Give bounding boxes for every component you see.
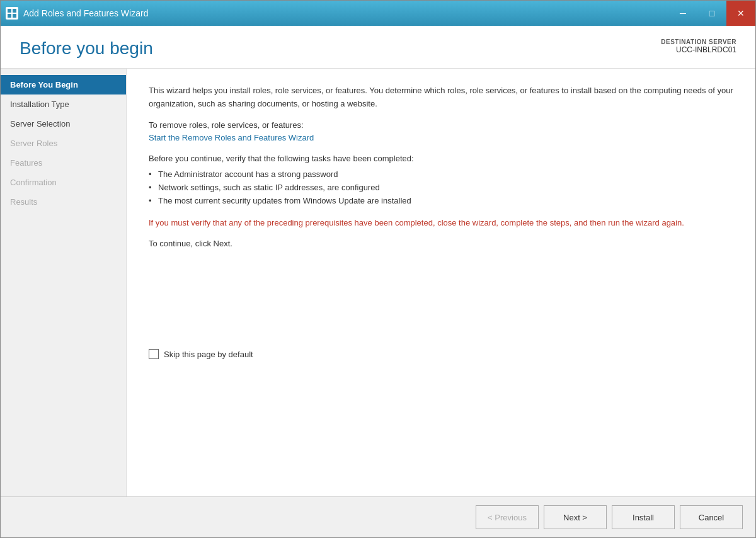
window-title: Add Roles and Features Wizard — [23, 8, 148, 18]
cancel-button[interactable]: Cancel — [680, 505, 743, 529]
bottom-bar: < Previous Next > Install Cancel — [1, 496, 755, 537]
maximize-button[interactable]: □ — [697, 1, 726, 26]
close-button[interactable]: ✕ — [726, 1, 755, 26]
destination-name: UCC-INBLRDC01 — [661, 45, 736, 54]
continue-text: To continue, click Next. — [149, 239, 733, 248]
svg-rect-0 — [8, 9, 11, 13]
destination-server: DESTINATION SERVER UCC-INBLRDC01 — [661, 38, 736, 54]
titlebar-left: Add Roles and Features Wizard — [6, 7, 148, 20]
warning-text: If you must verify that any of the prece… — [149, 217, 733, 230]
sidebar-item-results: Results — [1, 192, 126, 212]
sidebar-item-server-selection[interactable]: Server Selection — [1, 114, 126, 134]
remove-roles-link[interactable]: Start the Remove Roles and Features Wiza… — [149, 133, 314, 142]
bullet-item-2: Network settings, such as static IP addr… — [149, 183, 733, 192]
bullet-list: The Administrator account has a strong p… — [149, 169, 733, 205]
wizard-window: Add Roles and Features Wizard ─ □ ✕ Befo… — [0, 0, 756, 538]
page-header: Before you begin DESTINATION SERVER UCC-… — [1, 26, 755, 69]
sidebar-item-features: Features — [1, 153, 126, 173]
main-area: Before you begin DESTINATION SERVER UCC-… — [1, 26, 755, 537]
minimize-button[interactable]: ─ — [668, 1, 697, 26]
svg-rect-3 — [13, 14, 16, 18]
skip-area: Skip this page by default — [149, 336, 733, 359]
svg-rect-1 — [13, 9, 16, 13]
verify-label: Before you continue, verify that the fol… — [149, 154, 733, 163]
sidebar-item-server-roles: Server Roles — [1, 134, 126, 153]
bullet-item-1: The Administrator account has a strong p… — [149, 169, 733, 179]
destination-label: DESTINATION SERVER — [661, 38, 736, 45]
intro-text: This wizard helps you install roles, rol… — [149, 84, 733, 111]
app-icon — [6, 7, 18, 20]
skip-label[interactable]: Skip this page by default — [164, 350, 253, 359]
titlebar: Add Roles and Features Wizard ─ □ ✕ — [1, 1, 755, 26]
sidebar-item-installation-type[interactable]: Installation Type — [1, 94, 126, 114]
previous-button[interactable]: < Previous — [476, 505, 539, 529]
window-controls: ─ □ ✕ — [668, 1, 755, 26]
content-row: Before You Begin Installation Type Serve… — [1, 69, 755, 496]
sidebar: Before You Begin Installation Type Serve… — [1, 69, 127, 496]
install-button[interactable]: Install — [612, 505, 675, 529]
page-content: This wizard helps you install roles, rol… — [127, 69, 755, 496]
sidebar-item-before-you-begin[interactable]: Before You Begin — [1, 75, 126, 94]
page-title: Before you begin — [20, 38, 153, 59]
bullet-item-3: The most current security updates from W… — [149, 196, 733, 205]
sidebar-item-confirmation: Confirmation — [1, 173, 126, 192]
remove-roles-label: To remove roles, role services, or featu… — [149, 120, 733, 130]
next-button[interactable]: Next > — [544, 505, 607, 529]
svg-rect-2 — [8, 14, 11, 18]
skip-checkbox[interactable] — [149, 349, 159, 359]
